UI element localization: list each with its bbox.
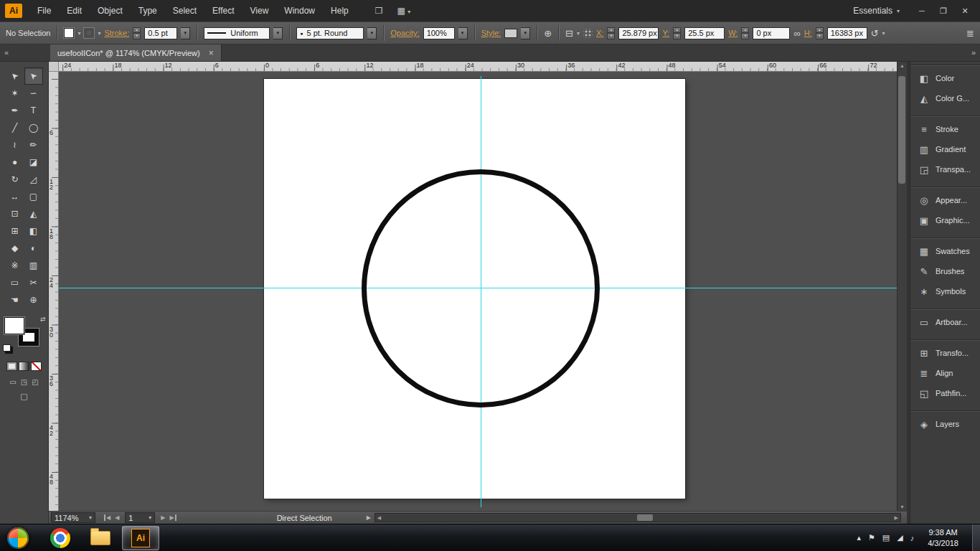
taskbar-illustrator-button[interactable]: Ai — [122, 526, 159, 550]
shape-builder-tool[interactable]: ⊡ — [6, 205, 24, 222]
menu-item-edit[interactable]: Edit — [59, 0, 90, 22]
stroke-weight-field[interactable]: 0.5 pt — [144, 27, 177, 39]
opacity-field[interactable]: 100% — [423, 27, 455, 39]
tools-collapse-icon[interactable]: « — [4, 48, 7, 57]
stepper-up-icon[interactable]: ▲ — [133, 27, 141, 34]
direct-selection-tool[interactable]: ➤ — [24, 67, 43, 85]
constrain-proportions-icon[interactable]: ∞ — [793, 28, 800, 39]
panel-symbols[interactable]: ∗Symbols — [910, 281, 980, 301]
panel-color-guide[interactable]: ◭Color G... — [910, 88, 980, 108]
horizontal-scrollbar[interactable]: ◀ ▶ — [374, 513, 901, 522]
slice-tool[interactable]: ✂ — [24, 274, 43, 291]
artboard-tool[interactable]: ▭ — [6, 274, 24, 291]
pencil-tool[interactable]: ✏ — [24, 136, 43, 154]
width-tool[interactable]: ↔ — [6, 188, 24, 205]
mesh-tool[interactable]: ⊞ — [6, 222, 24, 240]
horizontal-ruler[interactable]: 2418126061218243036424854606672 — [59, 62, 897, 72]
menu-item-view[interactable]: View — [242, 0, 277, 22]
swap-fill-stroke-icon[interactable]: ⇄ — [40, 316, 46, 323]
color-button[interactable] — [6, 362, 17, 371]
menu-item-select[interactable]: Select — [165, 0, 204, 22]
artboard-number-field[interactable]: 1 ▾ — [125, 512, 155, 523]
type-tool[interactable]: T — [24, 102, 43, 119]
panel-color[interactable]: ◧Color — [910, 68, 980, 88]
next-artboard-button[interactable]: ▶ — [161, 514, 165, 521]
dock-collapse-icon[interactable]: » — [971, 48, 974, 57]
y-field[interactable]: 25.5 px — [684, 27, 725, 39]
scroll-right-icon[interactable]: ▶ — [895, 515, 898, 521]
horizontal-scrollbar-thumb[interactable] — [637, 514, 653, 521]
y-label-link[interactable]: Y: — [662, 29, 669, 37]
stepper-up-icon[interactable]: ▲ — [816, 27, 824, 34]
panel-swatches[interactable]: ▦Swatches — [910, 241, 980, 261]
first-artboard-button[interactable]: ◀ — [104, 514, 110, 521]
brush-dropdown[interactable]: ▾ — [367, 27, 377, 39]
none-button[interactable] — [31, 362, 42, 371]
restore-button[interactable]: ❐ — [933, 3, 954, 19]
status-expand-icon[interactable]: ▶ — [367, 514, 371, 521]
w-stepper[interactable]: ▲ ▼ — [741, 27, 749, 39]
style-swatch[interactable] — [504, 29, 517, 38]
menu-item-file[interactable]: File — [29, 0, 59, 22]
column-graph-tool[interactable]: ▥ — [24, 257, 43, 274]
scroll-up-icon[interactable]: ▲ — [900, 63, 905, 68]
draw-inside-icon[interactable]: ◰ — [32, 378, 38, 386]
panel-align[interactable]: ≣Align — [910, 363, 980, 383]
stroke-weight-stepper[interactable]: ▲ ▼ — [133, 27, 141, 39]
minimize-button[interactable]: ─ — [911, 3, 933, 19]
panel-graphic-styles[interactable]: ▣Graphic... — [910, 210, 980, 230]
magic-wand-tool[interactable]: ✶ — [6, 85, 24, 102]
zoom-tool[interactable]: ⊕ — [24, 291, 43, 309]
screen-mode-icon[interactable]: ▢ — [20, 392, 27, 400]
panel-stroke[interactable]: ≡Stroke — [910, 119, 980, 139]
stepper-up-icon[interactable]: ▲ — [673, 27, 681, 34]
display-icon[interactable]: ▤ — [882, 533, 890, 542]
share-icon[interactable]: ❒ — [375, 6, 383, 16]
scroll-down-icon[interactable]: ▼ — [900, 504, 905, 509]
ruler-corner[interactable] — [49, 62, 59, 72]
panel-transform[interactable]: ⊞Transfo... — [910, 343, 980, 363]
blend-tool[interactable]: ◐ — [24, 240, 43, 257]
x-label-link[interactable]: X: — [596, 29, 603, 37]
chevron-down-icon[interactable]: ▾ — [577, 30, 580, 37]
menu-item-help[interactable]: Help — [323, 0, 357, 22]
vertical-ruler[interactable]: 612182430364248 — [49, 72, 59, 511]
stepper-down-icon[interactable]: ▼ — [741, 33, 749, 39]
taskbar-chrome-button[interactable] — [42, 526, 79, 550]
stepper-up-icon[interactable]: ▲ — [741, 27, 749, 34]
eraser-tool[interactable]: ◪ — [24, 154, 43, 171]
panel-layers[interactable]: ◈Layers — [910, 414, 980, 434]
panel-pathfinder[interactable]: ◱Pathfin... — [910, 383, 980, 403]
chevron-down-icon[interactable]: ▾ — [98, 30, 100, 37]
free-transform-tool[interactable]: ▢ — [24, 188, 43, 205]
vertical-scrollbar-thumb[interactable] — [898, 76, 905, 184]
zoom-level-field[interactable]: 1174% ▾ — [51, 512, 95, 523]
action-center-icon[interactable]: ⚑ — [868, 533, 875, 542]
eyedropper-tool[interactable]: ◆ — [6, 240, 24, 257]
style-label-link[interactable]: Style: — [481, 29, 501, 37]
chevron-down-icon[interactable]: ▾ — [77, 30, 80, 37]
default-fill-stroke-icon[interactable] — [3, 344, 11, 352]
paintbrush-tool[interactable]: ≀ — [6, 136, 24, 154]
h-stepper[interactable]: ▲ ▼ — [816, 27, 824, 39]
style-dropdown[interactable]: ▾ — [521, 27, 530, 39]
panel-transparency[interactable]: ◲Transpa... — [910, 159, 980, 179]
stepper-up-icon[interactable]: ▲ — [607, 27, 615, 34]
pen-tool[interactable]: ✒ — [6, 102, 24, 119]
panel-brushes[interactable]: ✎Brushes — [910, 261, 980, 281]
variable-width-profile-field[interactable]: Uniform — [204, 27, 270, 39]
document-tab[interactable]: usefooIICon* @ 1174% (CMYK/Preview) × — [50, 44, 222, 61]
rotate-tool[interactable]: ↻ — [6, 171, 24, 188]
brush-definition-field[interactable]: ● 5 pt. Round — [296, 27, 364, 39]
stroke-swatch[interactable] — [84, 28, 94, 38]
close-button[interactable]: ✕ — [954, 3, 976, 19]
lasso-tool[interactable]: ∽ — [24, 85, 43, 102]
menu-item-window[interactable]: Window — [276, 0, 323, 22]
panel-artboards[interactable]: ▭Artboar... — [910, 312, 980, 332]
draw-behind-icon[interactable]: ◳ — [21, 378, 27, 386]
last-artboard-button[interactable]: ▶ — [169, 514, 176, 521]
h-field[interactable]: 16383 px — [827, 27, 867, 39]
circle-path[interactable] — [362, 169, 600, 408]
w-label-link[interactable]: W: — [728, 29, 738, 37]
stroke-label-link[interactable]: Stroke: — [104, 29, 129, 37]
